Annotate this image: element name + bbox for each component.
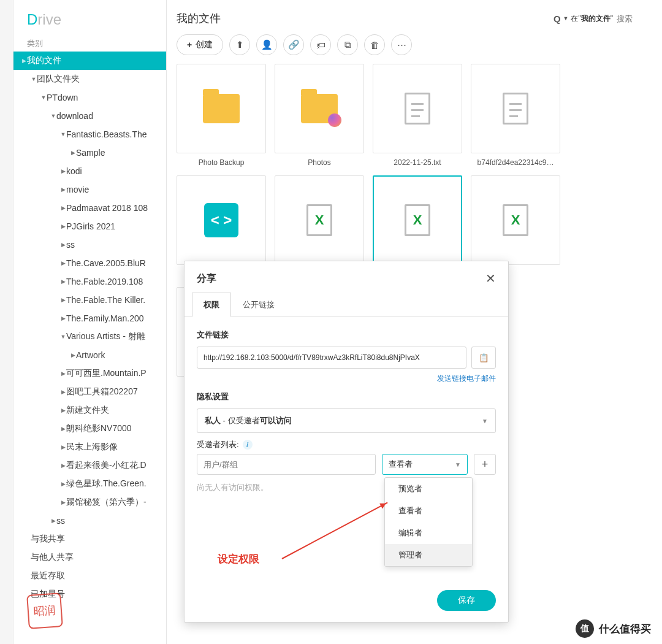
modal-tabs: 权限公开链接 [185, 292, 508, 317]
chevron-down-icon: ▼ [40, 94, 47, 101]
tree-node[interactable]: ▶图吧工具箱202207 [13, 383, 166, 401]
chevron-right-icon: ▶ [60, 444, 66, 450]
sidebar: Drive 类别 ▶我的文件▼团队文件夹▼PTdown▼download▼Fan… [13, 0, 167, 644]
chevron-right-icon: ▶ [60, 426, 66, 432]
tree-node-label: kodi [66, 166, 82, 176]
file-thumb[interactable]: X [373, 175, 462, 265]
chevron-right-icon: ▶ [60, 242, 66, 248]
role-option[interactable]: 管理者 [385, 544, 472, 566]
chevron-right-icon: ▶ [60, 205, 66, 211]
chevron-down-icon: ▼ [455, 461, 461, 468]
file-item[interactable]: 2022-11-25.txt [373, 64, 462, 167]
create-button[interactable]: +创建 [177, 34, 223, 55]
spreadsheet-icon: X [503, 204, 528, 236]
tree-node[interactable]: ▶踢馆秘笈（第六季）- [13, 493, 166, 512]
tree-node-label: 我的文件 [27, 55, 61, 66]
tree-node[interactable]: ▼团队文件夹 [13, 70, 166, 88]
add-user-button[interactable]: 👤 [256, 34, 277, 55]
tree-node[interactable]: ▶看起来很美-小红花.D [13, 456, 166, 475]
modal-tab[interactable]: 权限 [192, 293, 231, 317]
tree-node-label: The.Cave.2005.BluR [66, 258, 146, 268]
sidebar-item[interactable]: 与我共享 [13, 530, 166, 548]
spreadsheet-icon: X [405, 204, 430, 236]
search-input[interactable] [615, 13, 652, 24]
role-option[interactable]: 查看者 [385, 500, 472, 522]
chevron-right-icon: ▶ [60, 499, 66, 505]
tree-node-label: PJGirls 2021 [66, 221, 115, 231]
tree-node[interactable]: ▶ss [13, 512, 166, 530]
tag-icon: 🏷 [316, 40, 325, 50]
tree-node[interactable]: ▶我的文件 [13, 52, 166, 70]
copy-link-button[interactable]: 📋 [471, 347, 496, 369]
copy-button[interactable]: ⧉ [337, 34, 358, 55]
file-thumb[interactable] [177, 64, 266, 153]
file-thumb[interactable]: < > [177, 175, 266, 265]
chevron-right-icon: ▶ [21, 58, 27, 64]
tree-node[interactable]: ▼PTdown [13, 88, 166, 107]
role-select[interactable]: 查看者 ▼ [382, 454, 468, 475]
file-item[interactable]: b74fdf2d4ea22314c9… [471, 64, 560, 167]
tree-node[interactable]: ▶The.Cave.2005.BluR [13, 254, 166, 272]
sidebar-category-label: 类别 [13, 32, 166, 52]
tree-node-label: 可可西里.Mountain.P [66, 368, 146, 379]
link-button[interactable]: 🔗 [283, 34, 304, 55]
file-link-input[interactable] [197, 347, 466, 369]
tree-node[interactable]: ▶Artwork [13, 346, 166, 364]
tree-node[interactable]: ▼Various Artists - 射雕 [13, 328, 166, 346]
document-icon [503, 93, 528, 125]
code-file-icon: < > [204, 203, 238, 237]
save-button[interactable]: 保存 [437, 590, 496, 611]
tree-node[interactable]: ▶kodi [13, 162, 166, 180]
chevron-right-icon: ▶ [60, 278, 66, 285]
tree-node[interactable]: ▶movie [13, 180, 166, 199]
file-thumb[interactable] [275, 64, 364, 153]
close-icon[interactable]: ✕ [485, 271, 496, 286]
file-thumb[interactable] [471, 64, 560, 153]
tree-node[interactable]: ▶新建文件夹 [13, 401, 166, 420]
sidebar-item[interactable]: 最近存取 [13, 567, 166, 585]
role-option[interactable]: 预览者 [385, 478, 472, 500]
add-invitee-button[interactable]: + [474, 454, 496, 475]
privacy-select[interactable]: 私人 - 仅受邀者可以访问 ▼ [197, 408, 496, 433]
delete-button[interactable]: 🗑 [364, 34, 385, 55]
file-item[interactable]: Photos [275, 64, 364, 167]
chevron-down-icon: ▼ [50, 113, 56, 119]
more-button[interactable]: ⋯ [391, 34, 412, 55]
sidebar-item[interactable]: 与他人共享 [13, 548, 166, 567]
modal-title: 分享 [197, 272, 216, 285]
tree-node[interactable]: ▶朗科绝影NV7000 [13, 420, 166, 438]
search[interactable]: Q▼ 在"我的文件" [554, 13, 652, 24]
tree-node[interactable]: ▶Padmaavat 2018 108 [13, 199, 166, 217]
tree-node[interactable]: ▶Sample [13, 144, 166, 162]
tree-node[interactable]: ▶可可西里.Mountain.P [13, 364, 166, 383]
file-thumb[interactable]: X [275, 175, 364, 265]
tree-node[interactable]: ▼download [13, 107, 166, 125]
file-item[interactable]: Photo Backup [177, 64, 266, 167]
clipboard-icon: 📋 [479, 353, 489, 362]
tree-node[interactable]: ▶ss [13, 236, 166, 254]
tag-button[interactable]: 🏷 [310, 34, 331, 55]
watermark-stamp: 昭润 [26, 592, 63, 629]
tree-node[interactable]: ▶The.Fable.The Killer. [13, 291, 166, 309]
role-option[interactable]: 编辑者 [385, 522, 472, 544]
tree-node-label: 图吧工具箱202207 [66, 386, 138, 397]
tree-node[interactable]: ▼Fantastic.Beasts.The [13, 125, 166, 144]
info-icon[interactable]: i [243, 440, 253, 450]
tree-node[interactable]: ▶PJGirls 2021 [13, 217, 166, 236]
upload-button[interactable]: ⬆ [229, 34, 250, 55]
chevron-right-icon: ▶ [50, 518, 56, 524]
chevron-right-icon: ▶ [60, 370, 66, 377]
tree-node[interactable]: ▶绿色星球.The.Green. [13, 475, 166, 493]
chevron-down-icon: ▼ [60, 131, 66, 137]
chevron-right-icon: ▶ [60, 481, 66, 487]
file-thumb[interactable] [373, 64, 462, 153]
tree-node[interactable]: ▶The.Family.Man.200 [13, 309, 166, 328]
tree-node[interactable]: ▶The.Fable.2019.108 [13, 272, 166, 291]
tree-node-label: movie [66, 185, 89, 194]
tree-node[interactable]: ▶民末上海影像 [13, 438, 166, 456]
tree-node-label: 团队文件夹 [37, 74, 80, 85]
invite-user-input[interactable] [197, 454, 376, 475]
send-email-link[interactable]: 发送链接电子邮件 [197, 374, 496, 384]
file-thumb[interactable]: X [471, 175, 560, 265]
modal-tab[interactable]: 公开链接 [231, 293, 286, 317]
